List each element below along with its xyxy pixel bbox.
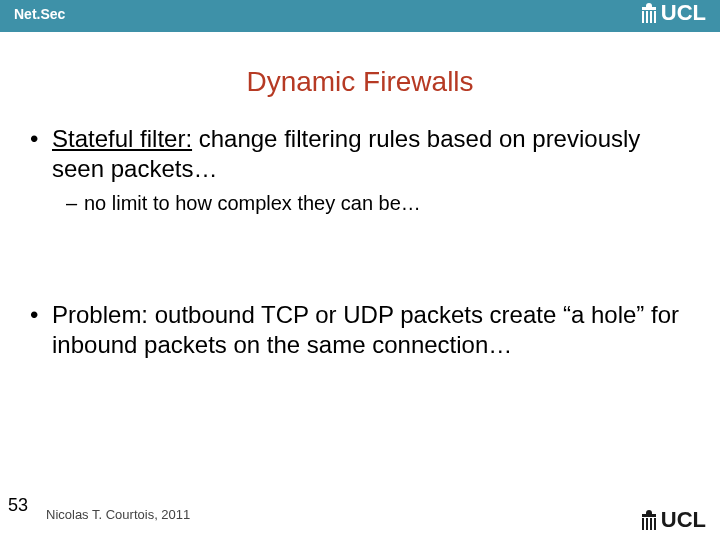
spacer: [30, 216, 690, 300]
sub-bullet-item: – no limit to how complex they can be…: [66, 190, 690, 216]
ucl-logo-top: UCL: [641, 3, 706, 23]
course-label: Net.Sec: [14, 6, 65, 22]
slide: Net.Sec UCL Dynamic Firewalls • Stateful…: [0, 0, 720, 540]
bullet-marker: •: [30, 300, 52, 360]
slide-title: Dynamic Firewalls: [0, 66, 720, 98]
ucl-logo-text: UCL: [661, 510, 706, 530]
ucl-logo-text: UCL: [661, 3, 706, 23]
header-bar: Net.Sec: [0, 0, 720, 32]
portico-icon: [641, 3, 657, 23]
bullet-text: Stateful filter: change filtering rules …: [52, 124, 690, 184]
bullet-item: • Stateful filter: change filtering rule…: [30, 124, 690, 184]
bullet-lead-underlined: Stateful filter:: [52, 125, 192, 152]
sub-bullet-marker: –: [66, 190, 84, 216]
portico-icon: [641, 510, 657, 530]
ucl-logo-icon: UCL: [641, 510, 706, 530]
bullet-marker: •: [30, 124, 52, 184]
ucl-logo-icon: UCL: [641, 3, 706, 23]
author-line: Nicolas T. Courtois, 2011: [46, 507, 190, 522]
page-number: 53: [8, 495, 28, 516]
slide-body: • Stateful filter: change filtering rule…: [30, 124, 690, 366]
bullet-text: Problem: outbound TCP or UDP packets cre…: [52, 300, 690, 360]
bullet-quoted: “a hole”: [563, 301, 644, 328]
bullet-lead: Problem: outbound TCP or UDP packets cre…: [52, 301, 563, 328]
sub-bullet-text: no limit to how complex they can be…: [84, 190, 421, 216]
bullet-item: • Problem: outbound TCP or UDP packets c…: [30, 300, 690, 360]
ucl-logo-bottom: UCL: [641, 510, 706, 530]
